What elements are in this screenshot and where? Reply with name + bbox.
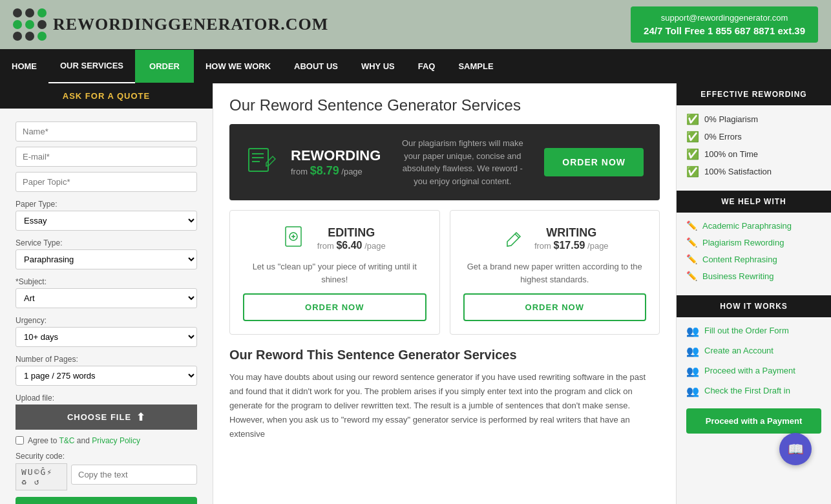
rewording-order-button[interactable]: ORDER NOW — [544, 148, 644, 176]
email-field[interactable] — [16, 147, 197, 167]
sidebar-header: ASK FOR A QUOTE — [0, 83, 213, 109]
main-nav: HOME OUR SERVICES ORDER HOW WE WORK ABOU… — [0, 49, 831, 83]
nav-order[interactable]: ORDER — [135, 50, 194, 83]
how-step-1: 👥 Fill out the Order Form — [686, 325, 821, 337]
writing-card-header: WRITING from $17.59 /page — [463, 224, 647, 254]
editing-card-header: EDITING from $6.40 /page — [243, 224, 426, 254]
security-row: Security code: WU©Ĝ⚡ ♻ ↺ — [16, 452, 197, 490]
editing-order-button[interactable]: ORDER NOW — [243, 293, 426, 321]
writing-desc: Get a brand new paper written according … — [463, 260, 647, 286]
paper-type-select[interactable]: Essay Research Paper Thesis — [16, 211, 197, 231]
dot7 — [13, 32, 22, 41]
upload-label: Upload file: — [16, 394, 197, 403]
dot3 — [37, 8, 47, 17]
choose-file-label: CHOOSE FILE — [67, 412, 131, 422]
check-satisfaction: ✅ 100% Satisfaction — [686, 165, 821, 178]
dot6 — [37, 20, 47, 29]
check-draft-link[interactable]: Check the First Draft in — [704, 386, 790, 395]
help-business[interactable]: ✏️ Business Rewriting — [686, 271, 821, 281]
send-button[interactable]: SEND — [16, 497, 197, 504]
fill-order-link[interactable]: Fill out the Order Form — [704, 326, 789, 335]
create-account-link[interactable]: Create an Account — [704, 346, 773, 355]
check-icon-3: ✅ — [686, 148, 699, 160]
logo-text: REWORDINGGENERATOR.COM — [53, 15, 328, 34]
agree-checkbox[interactable] — [16, 436, 24, 445]
how-step-3: 👥 Proceed with a Payment — [686, 365, 821, 377]
dot5 — [25, 20, 34, 29]
how-step-4: 👥 Check the First Draft in — [686, 385, 821, 397]
how-icon-3: 👥 — [686, 365, 699, 377]
dot2 — [25, 8, 34, 17]
header: REWORDINGGENERATOR.COM support@rewording… — [0, 0, 831, 49]
dot4 — [13, 20, 22, 29]
chat-bubble[interactable]: 📖 — [779, 433, 812, 465]
help-content[interactable]: ✏️ Content Rephrasing — [686, 254, 821, 264]
logo-icon — [13, 8, 47, 41]
content-section: Our Reword This Sentence Generator Servi… — [229, 348, 660, 441]
help-body: ✏️ Academic Paraphrasing ✏️ Plagiarism R… — [677, 213, 831, 295]
nav-about-us[interactable]: ABOUT US — [282, 50, 350, 83]
tc-link[interactable]: T&C — [59, 436, 75, 445]
service-type-label: Service Type: — [16, 238, 197, 247]
effective-body: ✅ 0% Plagiarism ✅ 0% Errors ✅ 100% on Ti… — [677, 105, 831, 191]
svg-rect-0 — [249, 149, 268, 171]
captcha-input[interactable] — [71, 465, 197, 485]
how-icon-4: 👥 — [686, 385, 699, 397]
writing-name: WRITING — [534, 226, 609, 240]
how-body: 👥 Fill out the Order Form 👥 Create an Ac… — [677, 317, 831, 441]
privacy-link[interactable]: Privacy Policy — [92, 436, 140, 445]
editing-price: from $6.40 /page — [317, 240, 386, 251]
choose-file-button[interactable]: CHOOSE FILE ⬆ — [16, 404, 197, 430]
editing-card: EDITING from $6.40 /page Let us "clean u… — [229, 210, 440, 335]
nav-sample[interactable]: SAMPLE — [447, 50, 505, 83]
agree-text: Agree to T&C and Privacy Policy — [28, 436, 140, 445]
nav-faq[interactable]: FAQ — [406, 50, 447, 83]
logo: REWORDINGGENERATOR.COM — [13, 8, 328, 41]
proceed-payment-button[interactable]: Proceed with a Payment — [686, 408, 821, 434]
help-header: WE HELP WITH — [677, 191, 831, 213]
check-icon-4: ✅ — [686, 165, 699, 178]
name-field[interactable] — [16, 121, 197, 142]
upload-icon: ⬆ — [136, 411, 145, 423]
subject-select[interactable]: Art Business Science — [16, 288, 197, 308]
main-content: Our Reword Sentence Generator Services R… — [213, 83, 676, 504]
check-plagiarism: ✅ 0% Plagiarism — [686, 113, 821, 125]
help-icon-3: ✏️ — [686, 254, 697, 264]
urgency-label: Urgency: — [16, 316, 197, 325]
help-section: WE HELP WITH ✏️ Academic Paraphrasing ✏️… — [677, 191, 831, 295]
pages-select[interactable]: 1 page / 275 words 2 pages / 550 words — [16, 366, 197, 386]
effective-header: EFFECTIVE REWORDING — [677, 83, 831, 105]
nav-home[interactable]: HOME — [0, 50, 48, 83]
security-label: Security code: — [16, 452, 197, 461]
main-title: Our Reword Sentence Generator Services — [229, 96, 660, 114]
effective-section: EFFECTIVE REWORDING ✅ 0% Plagiarism ✅ 0%… — [677, 83, 831, 191]
content-title: Our Reword This Sentence Generator Servi… — [229, 348, 660, 362]
nav-how-we-work[interactable]: HOW WE WORK — [194, 50, 282, 83]
contact-phone: 24/7 Toll Free 1 855 687 8871 ext.39 — [644, 25, 805, 36]
editing-desc: Let us "clean up" your piece of writing … — [243, 260, 426, 286]
help-academic[interactable]: ✏️ Academic Paraphrasing — [686, 220, 821, 231]
featured-card: REWORDING from $8.79 /page Our plagiaris… — [229, 124, 660, 200]
help-plagiarism[interactable]: ✏️ Plagiarism Rewording — [686, 237, 821, 247]
topic-field[interactable] — [16, 172, 197, 192]
check-time: ✅ 100% on Time — [686, 148, 821, 160]
writing-info: WRITING from $17.59 /page — [534, 226, 609, 251]
nav-our-services[interactable]: OUR SERVICES — [48, 49, 135, 83]
subject-label: *Subject: — [16, 277, 197, 286]
dot9 — [37, 32, 47, 41]
how-step-2: 👥 Create an Account — [686, 345, 821, 357]
captcha-row: WU©Ĝ⚡ ♻ ↺ — [16, 463, 197, 490]
featured-info: REWORDING from $8.79 /page — [291, 147, 381, 178]
featured-card-left: REWORDING from $8.79 /page — [246, 143, 381, 182]
check-icon-2: ✅ — [686, 131, 699, 143]
nav-why-us[interactable]: WHY US — [350, 50, 406, 83]
urgency-select[interactable]: 10+ days 7 days 24 hours — [16, 327, 197, 347]
dot1 — [13, 8, 22, 17]
service-type-select[interactable]: Paraphrasing Editing Writing — [16, 249, 197, 269]
editing-name: EDITING — [317, 226, 386, 240]
contact-email: support@rewordinggenerator.com — [644, 13, 805, 23]
help-icon-4: ✏️ — [686, 271, 697, 281]
proceed-payment-link[interactable]: Proceed with a Payment — [704, 366, 795, 375]
captcha-image: WU©Ĝ⚡ ♻ ↺ — [16, 463, 67, 490]
writing-order-button[interactable]: ORDER NOW — [463, 293, 647, 321]
